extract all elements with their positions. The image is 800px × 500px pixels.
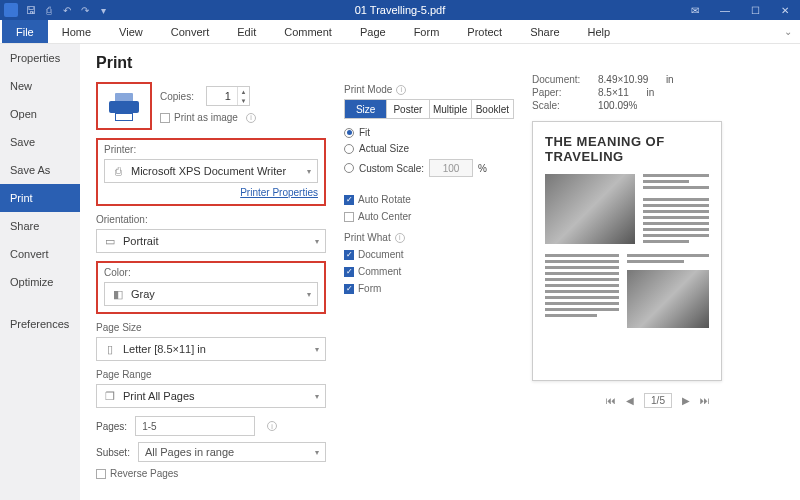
info-icon[interactable]: i: [395, 233, 405, 243]
document-label: Document: [358, 249, 404, 260]
orientation-label: Orientation:: [96, 214, 326, 225]
close-button[interactable]: ✕: [774, 2, 796, 18]
orientation-select[interactable]: ▭ Portrait ▾: [96, 229, 326, 253]
chevron-down-icon: ▾: [315, 237, 319, 246]
sidebar-item-properties[interactable]: Properties: [0, 44, 80, 72]
form-label: Form: [358, 283, 381, 294]
prev-page-button[interactable]: ◀: [626, 395, 634, 406]
form-checkbox[interactable]: ✓: [344, 284, 354, 294]
collapse-ribbon-icon[interactable]: ⌄: [784, 26, 792, 37]
pages-label: Pages:: [96, 421, 127, 432]
menu-page[interactable]: Page: [346, 20, 400, 43]
doc-size-label: Document:: [532, 74, 592, 85]
save-icon[interactable]: 🖫: [24, 3, 38, 17]
reverse-pages-label: Reverse Pages: [110, 468, 178, 479]
pagerange-select[interactable]: ❐ Print All Pages ▾: [96, 384, 326, 408]
sidebar-item-preferences[interactable]: Preferences: [0, 310, 80, 338]
menu-file[interactable]: File: [2, 20, 48, 43]
mail-icon[interactable]: ✉: [684, 2, 706, 18]
print-as-image-checkbox[interactable]: [160, 113, 170, 123]
document-info: Document:8.49×10.99 in Paper:8.5×11 in S…: [532, 74, 784, 111]
menu-home[interactable]: Home: [48, 20, 105, 43]
menu-help[interactable]: Help: [574, 20, 625, 43]
pagerange-value: Print All Pages: [123, 390, 195, 402]
sidebar-item-new[interactable]: New: [0, 72, 80, 100]
scale-value: 100.09%: [598, 100, 637, 111]
sidebar-item-save[interactable]: Save: [0, 128, 80, 156]
preview-image-icon: [627, 270, 709, 328]
autorotate-label: Auto Rotate: [358, 194, 411, 205]
preview-text-column: [545, 254, 619, 328]
orientation-icon: ▭: [103, 234, 117, 248]
menu-form[interactable]: Form: [400, 20, 454, 43]
sidebar-item-print[interactable]: Print: [0, 184, 80, 212]
document-checkbox[interactable]: ✓: [344, 250, 354, 260]
seg-booklet[interactable]: Booklet: [472, 100, 513, 118]
autocenter-checkbox[interactable]: [344, 212, 354, 222]
info-icon[interactable]: i: [267, 421, 277, 431]
menu-convert[interactable]: Convert: [157, 20, 224, 43]
pagesize-label: Page Size: [96, 322, 326, 333]
sidebar-item-saveas[interactable]: Save As: [0, 156, 80, 184]
page-number-field[interactable]: 1/5: [644, 393, 672, 408]
last-page-button[interactable]: ⏭: [700, 395, 710, 406]
print-settings-mid: Print Mode i Size Poster Multiple Bookle…: [344, 54, 514, 490]
reverse-pages-checkbox[interactable]: [96, 469, 106, 479]
redo-icon[interactable]: ↷: [78, 3, 92, 17]
subset-select[interactable]: All Pages in range ▾: [138, 442, 326, 462]
stepper-up-icon[interactable]: ▲: [238, 87, 249, 96]
radio-fit[interactable]: [344, 128, 354, 138]
pagesize-select[interactable]: ▯ Letter [8.5×11] in ▾: [96, 337, 326, 361]
menu-view[interactable]: View: [105, 20, 157, 43]
dropdown-icon[interactable]: ▾: [96, 3, 110, 17]
page-preview: THE MEANING OF TRAVELING: [532, 121, 722, 381]
doc-size-value: 8.49×10.99: [598, 74, 648, 85]
printer-icon: [109, 93, 139, 119]
color-select[interactable]: ◧ Gray ▾: [104, 282, 318, 306]
sidebar-item-convert[interactable]: Convert: [0, 240, 80, 268]
menu-comment[interactable]: Comment: [270, 20, 346, 43]
maximize-button[interactable]: ☐: [744, 2, 766, 18]
pagesize-value: Letter [8.5×11] in: [123, 343, 206, 355]
autorotate-checkbox[interactable]: ✓: [344, 195, 354, 205]
chevron-down-icon: ▾: [315, 345, 319, 354]
menu-edit[interactable]: Edit: [223, 20, 270, 43]
sidebar-item-open[interactable]: Open: [0, 100, 80, 128]
undo-icon[interactable]: ↶: [60, 3, 74, 17]
printer-select[interactable]: ⎙ Microsoft XPS Document Writer ▾: [104, 159, 318, 183]
info-icon[interactable]: i: [246, 113, 256, 123]
printwhat-label: Print What: [344, 232, 391, 243]
minimize-button[interactable]: —: [714, 2, 736, 18]
seg-size[interactable]: Size: [345, 100, 387, 118]
paper-size-value: 8.5×11: [598, 87, 629, 98]
radio-custom[interactable]: [344, 163, 354, 173]
pages-input[interactable]: 1-5: [135, 416, 255, 436]
seg-multiple[interactable]: Multiple: [430, 100, 472, 118]
first-page-button[interactable]: ⏮: [606, 395, 616, 406]
seg-poster[interactable]: Poster: [387, 100, 429, 118]
sidebar-item-share[interactable]: Share: [0, 212, 80, 240]
custom-scale-input[interactable]: 100: [429, 159, 473, 177]
scale-label: Scale:: [532, 100, 592, 111]
app-logo-icon: [4, 3, 18, 17]
radio-actual[interactable]: [344, 144, 354, 154]
preview-image-icon: [545, 174, 635, 244]
menu-share[interactable]: Share: [516, 20, 573, 43]
print-mode-segmented: Size Poster Multiple Booklet: [344, 99, 514, 119]
menu-protect[interactable]: Protect: [453, 20, 516, 43]
comment-label: Comment: [358, 266, 401, 277]
copies-input[interactable]: 1 ▲▼: [206, 86, 250, 106]
copies-label: Copies:: [160, 91, 194, 102]
sidebar-item-optimize[interactable]: Optimize: [0, 268, 80, 296]
next-page-button[interactable]: ▶: [682, 395, 690, 406]
print-action-button[interactable]: [96, 82, 152, 130]
stepper-down-icon[interactable]: ▼: [238, 96, 249, 105]
print-icon[interactable]: ⎙: [42, 3, 56, 17]
printer-small-icon: ⎙: [111, 164, 125, 178]
subset-label: Subset:: [96, 447, 130, 458]
pagerange-label: Page Range: [96, 369, 326, 380]
copies-stepper[interactable]: ▲▼: [237, 87, 249, 105]
info-icon[interactable]: i: [396, 85, 406, 95]
printer-properties-link[interactable]: Printer Properties: [104, 187, 318, 198]
comment-checkbox[interactable]: ✓: [344, 267, 354, 277]
